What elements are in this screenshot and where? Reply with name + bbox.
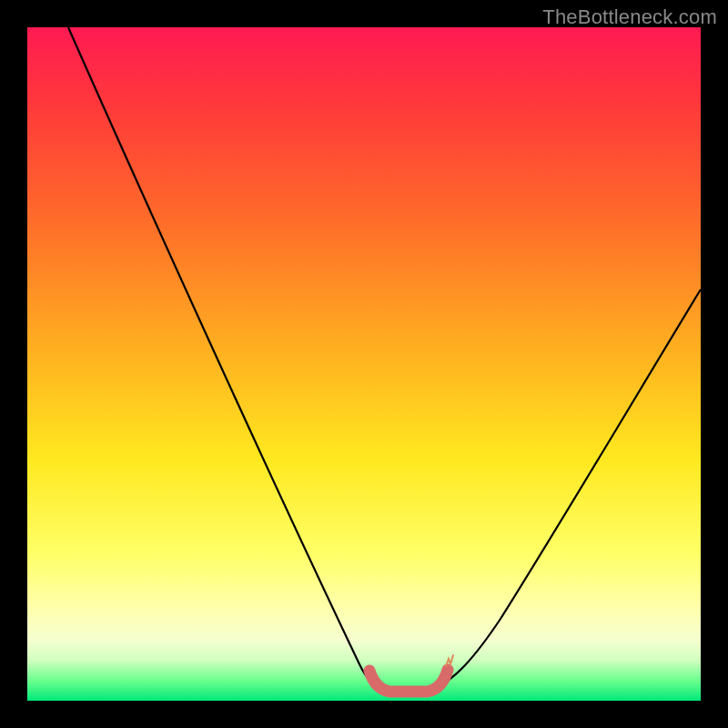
watermark-text: TheBottleneck.com <box>542 5 717 29</box>
chart-svg <box>27 27 701 701</box>
plot-area <box>27 27 701 701</box>
bottleneck-curve-left <box>68 27 380 688</box>
chart-frame: TheBottleneck.com <box>0 0 728 728</box>
bottleneck-curve-right <box>439 289 701 686</box>
optimal-band <box>369 670 448 692</box>
curve-group <box>68 27 701 692</box>
